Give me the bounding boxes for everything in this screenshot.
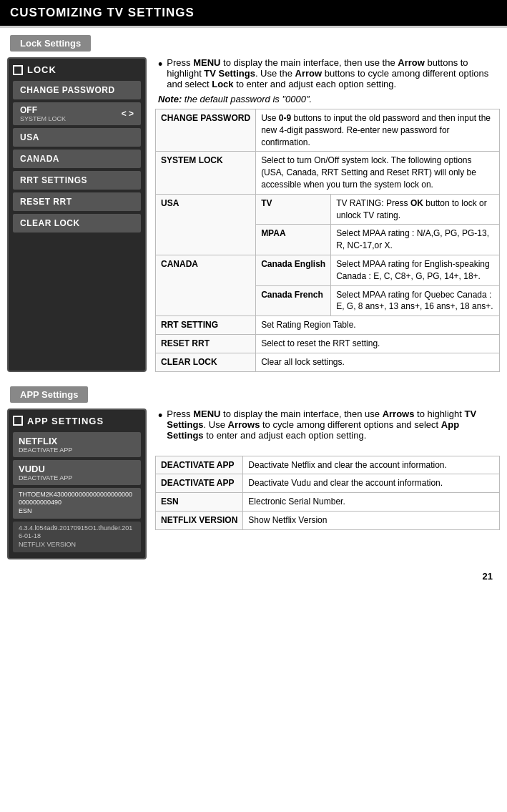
lock-menu-system-lock[interactable]: OFF SYSTEM LOCK < > <box>13 102 141 125</box>
table-desc: Electronic Serial Number. <box>243 493 500 512</box>
lock-desc-panel: • Press MENU to display the main interfa… <box>155 57 500 372</box>
table-desc: Deactivate Vudu and clear the account in… <box>243 474 500 493</box>
table-label: DEACTIVATE APP <box>156 456 243 474</box>
lock-panel-title: LOCK <box>27 64 56 75</box>
lock-checkbox <box>13 65 23 75</box>
system-lock-label: OFF <box>20 105 66 115</box>
lock-menu-reset-rrt[interactable]: RESET RRT <box>13 192 141 211</box>
app-version-item: 4.3.4.l054ad9.20170915O1.thunder.2016-01… <box>13 522 141 552</box>
app-esn-item: THTOEM2K43000000000000000000000000000004… <box>13 488 141 519</box>
app-table: DEACTIVATE APP Deactivate Netflix and cl… <box>155 456 500 530</box>
netflix-label: NETFLIX <box>19 436 135 446</box>
table-desc: TV RATING: Press OK button to lock or un… <box>331 194 500 225</box>
table-label: NETFLIX VERSION <box>156 511 243 529</box>
app-panel-title: APP SETTINGS <box>27 416 104 426</box>
table-desc: Select MPAA rating for Quebec Canada : E… <box>331 285 500 316</box>
table-label: ESN <box>156 493 243 512</box>
lock-intro-text: Press MENU to display the main interface… <box>167 57 497 89</box>
system-lock-sublabel: SYSTEM LOCK <box>20 115 66 122</box>
app-tv-panel: APP SETTINGS NETFLIX DEACTIVATE APP VUDU… <box>7 409 147 559</box>
table-label: DEACTIVATE APP <box>156 474 243 493</box>
table-desc: Use 0-9 buttons to input the old passwor… <box>256 109 500 152</box>
app-desc-panel: • Press MENU to display the main interfa… <box>155 409 500 559</box>
lock-settings-label: Lock Settings <box>10 35 91 52</box>
app-settings-label: APP Settings <box>10 386 88 403</box>
table-row: RRT SETTING Set Rating Region Table. <box>156 316 500 335</box>
app-settings-body: APP SETTINGS NETFLIX DEACTIVATE APP VUDU… <box>0 409 507 567</box>
table-desc: Clear all lock settings. <box>256 353 500 371</box>
table-row: CHANGE PASSWORD Use 0-9 buttons to input… <box>156 109 500 152</box>
system-lock-arrows: < > <box>122 109 134 119</box>
page-number-value: 21 <box>483 571 493 582</box>
page-number: 21 <box>0 567 507 586</box>
table-sublabel: Canada French <box>256 285 331 316</box>
app-menu-netflix[interactable]: NETFLIX DEACTIVATE APP <box>13 432 141 457</box>
table-row: SYSTEM LOCK Select to turn On/Off system… <box>156 152 500 194</box>
lock-note: Note: the default password is "0000". <box>155 94 500 104</box>
page-header: CUSTOMIZING TV SETTINGS <box>0 0 507 28</box>
table-sublabel: Canada English <box>256 255 331 285</box>
table-label: CLEAR LOCK <box>156 353 256 371</box>
table-desc: Deactivate Netflix and clear the account… <box>243 456 500 474</box>
table-desc: Select to reset the RRT setting. <box>256 334 500 353</box>
table-desc: Show Netflix Version <box>243 511 500 529</box>
table-label: CANADA <box>156 255 256 315</box>
app-intro-text: Press MENU to display the main interface… <box>167 409 497 441</box>
table-row: USA TV TV RATING: Press OK button to loc… <box>156 194 500 225</box>
table-row: RESET RRT Select to reset the RRT settin… <box>156 334 500 353</box>
table-row: CLEAR LOCK Clear all lock settings. <box>156 353 500 371</box>
vudu-sub: DEACTIVATE APP <box>19 474 135 481</box>
table-desc: Select MPAA rating for English-speaking … <box>331 255 500 285</box>
table-row: DEACTIVATE APP Deactivate Vudu and clear… <box>156 474 500 493</box>
app-intro-row: • Press MENU to display the main interfa… <box>155 409 500 441</box>
netflix-sub: DEACTIVATE APP <box>19 446 135 454</box>
table-desc: Select MPAA rating : N/A,G, PG, PG-13, R… <box>331 225 500 255</box>
table-row: ESN Electronic Serial Number. <box>156 493 500 512</box>
lock-panel-title-row: LOCK <box>13 64 141 75</box>
lock-intro-row: • Press MENU to display the main interfa… <box>155 57 500 89</box>
app-menu-vudu[interactable]: VUDU DEACTIVATE APP <box>13 460 141 485</box>
lock-menu-canada[interactable]: CANADA <box>13 150 141 168</box>
table-label: RESET RRT <box>156 334 256 353</box>
lock-tv-panel: LOCK CHANGE PASSWORD OFF SYSTEM LOCK < >… <box>7 57 147 372</box>
lock-menu-clear-lock[interactable]: CLEAR LOCK <box>13 214 141 233</box>
lock-table: CHANGE PASSWORD Use 0-9 buttons to input… <box>155 109 500 372</box>
table-label: USA <box>156 194 256 255</box>
table-desc: Select to turn On/Off system lock. The f… <box>256 152 500 194</box>
table-row: NETFLIX VERSION Show Netflix Version <box>156 511 500 529</box>
app-panel-title-row: APP SETTINGS <box>13 416 141 426</box>
table-label: SYSTEM LOCK <box>156 152 256 194</box>
lock-menu-rrt-settings[interactable]: RRT SETTINGS <box>13 171 141 190</box>
table-label: CHANGE PASSWORD <box>156 109 256 152</box>
table-label: RRT SETTING <box>156 316 256 335</box>
table-sublabel: TV <box>256 194 331 225</box>
lock-menu-usa[interactable]: USA <box>13 128 141 147</box>
page-title: CUSTOMIZING TV SETTINGS <box>10 6 195 19</box>
bullet-dot: • <box>158 57 162 73</box>
app-bullet-dot: • <box>158 409 162 424</box>
table-sublabel: MPAA <box>256 225 331 255</box>
app-checkbox <box>13 416 23 426</box>
lock-menu-change-password[interactable]: CHANGE PASSWORD <box>13 81 141 99</box>
table-row: DEACTIVATE APP Deactivate Netflix and cl… <box>156 456 500 474</box>
table-desc: Set Rating Region Table. <box>256 316 500 335</box>
vudu-label: VUDU <box>19 464 135 474</box>
lock-settings-body: LOCK CHANGE PASSWORD OFF SYSTEM LOCK < >… <box>0 57 507 379</box>
table-row: CANADA Canada English Select MPAA rating… <box>156 255 500 285</box>
